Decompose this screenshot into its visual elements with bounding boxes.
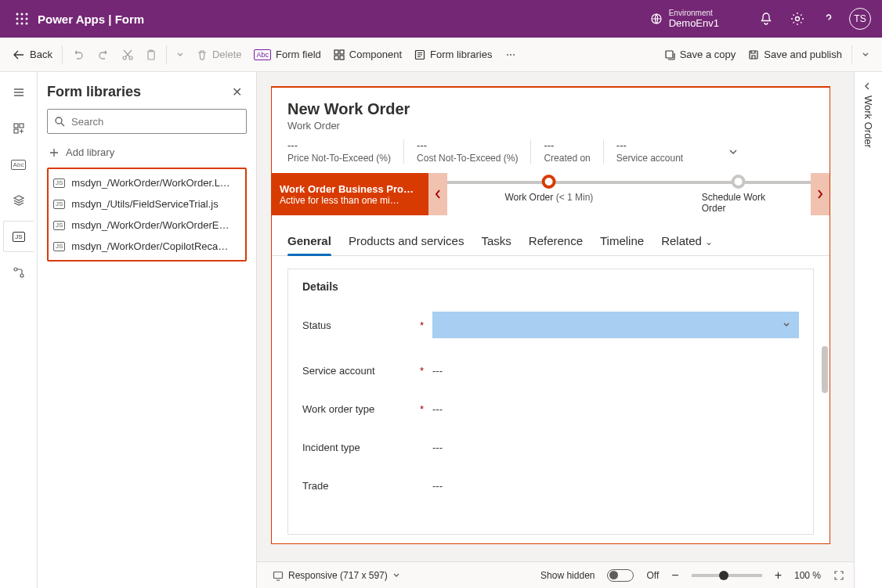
svg-rect-13 xyxy=(148,51,154,60)
plus-icon xyxy=(49,147,60,158)
chevron-down-icon xyxy=(782,320,791,330)
field-work-order-type[interactable]: Work order type*--- xyxy=(302,403,799,415)
tab-general[interactable]: General xyxy=(287,226,331,255)
svg-point-20 xyxy=(507,54,508,56)
add-library-button[interactable]: Add library xyxy=(47,143,247,161)
form-libraries-button[interactable]: Form libraries xyxy=(408,42,498,67)
header-fields: ---Price Not-To-Exceed (%) ---Cost Not-T… xyxy=(272,139,830,164)
save-publish-button[interactable]: Save and publish xyxy=(742,42,848,67)
business-process-flow: Work Order Business Pro… Active for less… xyxy=(272,173,830,215)
search-input-wrapper[interactable] xyxy=(47,109,247,134)
svg-point-7 xyxy=(21,23,23,25)
js-icon: JS xyxy=(53,200,65,209)
library-item[interactable]: JSmsdyn_/WorkOrder/WorkOrderE… xyxy=(50,215,244,236)
library-item[interactable]: JSmsdyn_/WorkOrder/CopilotReca… xyxy=(50,236,244,257)
zoom-out-icon[interactable]: − xyxy=(671,568,678,583)
svg-point-8 xyxy=(26,23,28,25)
form-canvas: New Work Order Work Order ---Price Not-T… xyxy=(257,72,854,588)
svg-rect-23 xyxy=(666,51,673,58)
field-service-account[interactable]: Service account*--- xyxy=(302,365,799,377)
bpf-next-icon[interactable] xyxy=(811,173,830,215)
library-item[interactable]: JSmsdyn_/WorkOrder/WorkOrder.L… xyxy=(50,172,244,193)
overflow-button[interactable] xyxy=(498,42,523,67)
rail-layers-icon[interactable] xyxy=(3,185,34,216)
vertical-scrollbar[interactable] xyxy=(822,346,828,487)
notifications-icon[interactable] xyxy=(750,12,782,26)
svg-point-21 xyxy=(510,54,511,56)
bpf-stage[interactable]: Schedule Work Order xyxy=(702,175,775,214)
library-item[interactable]: JSmsdyn_/Utils/FieldServiceTrial.js xyxy=(50,193,244,215)
paste-button[interactable] xyxy=(139,42,163,67)
show-hidden-state: Off xyxy=(646,570,659,581)
app-header: Power Apps | Form Environment DemoEnv1 T… xyxy=(0,0,882,38)
rail-events-icon[interactable] xyxy=(3,257,34,288)
svg-point-30 xyxy=(56,117,62,124)
back-button[interactable]: Back xyxy=(6,42,59,67)
svg-rect-16 xyxy=(340,50,344,54)
environment-picker[interactable]: Environment DemoEnv1 xyxy=(650,9,719,29)
cut-button[interactable] xyxy=(116,42,139,67)
form-surface[interactable]: New Work Order Work Order ---Price Not-T… xyxy=(271,86,830,544)
save-publish-chevron[interactable] xyxy=(855,42,876,67)
svg-rect-18 xyxy=(340,56,344,60)
form-field-button[interactable]: Abc Form field xyxy=(248,42,327,67)
header-field[interactable]: ---Created on xyxy=(530,139,602,164)
responsive-selector[interactable]: Responsive (717 x 597) xyxy=(266,566,407,585)
field-incident-type[interactable]: Incident type--- xyxy=(302,442,799,453)
svg-point-2 xyxy=(26,13,28,16)
rail-hamburger-icon[interactable] xyxy=(3,77,34,108)
settings-icon[interactable] xyxy=(782,12,813,26)
svg-point-28 xyxy=(14,268,17,271)
tab-related[interactable]: Related⌄ xyxy=(661,226,713,255)
rail-libraries-icon[interactable]: JS xyxy=(3,221,34,252)
tab-tasks[interactable]: Tasks xyxy=(481,226,511,255)
paste-split-chevron[interactable] xyxy=(170,42,190,67)
zoom-value: 100 % xyxy=(794,570,821,581)
form-tabs: General Products and services Tasks Refe… xyxy=(272,226,830,256)
rail-fields-icon[interactable]: Abc xyxy=(3,149,34,180)
save-copy-button[interactable]: Save a copy xyxy=(658,42,743,67)
details-section[interactable]: Details Status* Service account*--- Work… xyxy=(287,269,814,535)
svg-point-10 xyxy=(796,17,800,21)
svg-rect-26 xyxy=(20,124,23,128)
redo-button[interactable] xyxy=(91,42,116,67)
header-field[interactable]: ---Price Not-To-Exceed (%) xyxy=(287,139,403,164)
zoom-in-icon[interactable]: + xyxy=(775,568,782,583)
tab-timeline[interactable]: Timeline xyxy=(600,226,644,255)
user-avatar[interactable]: TS xyxy=(844,8,876,30)
search-input[interactable] xyxy=(71,116,240,128)
fit-screen-icon[interactable] xyxy=(833,570,844,581)
rail-components-icon[interactable] xyxy=(3,113,34,144)
zoom-slider[interactable] xyxy=(692,574,762,577)
section-title: Details xyxy=(302,280,799,293)
show-hidden-toggle[interactable] xyxy=(607,569,634,582)
tab-products-services[interactable]: Products and services xyxy=(349,226,464,255)
tab-reference[interactable]: Reference xyxy=(529,226,583,255)
waffle-icon[interactable] xyxy=(6,13,38,25)
svg-point-11 xyxy=(123,56,126,60)
chevron-left-icon xyxy=(862,81,872,91)
js-icon: JS xyxy=(53,179,65,188)
properties-rail-collapsed[interactable]: Work Order xyxy=(854,72,882,588)
library-list: JSmsdyn_/WorkOrder/WorkOrder.L… JSmsdyn_… xyxy=(47,168,247,262)
form-title: New Work Order xyxy=(287,100,814,118)
status-select[interactable] xyxy=(432,312,799,338)
bpf-active-stage[interactable]: Work Order Business Pro… Active for less… xyxy=(272,173,428,215)
svg-point-6 xyxy=(16,23,19,25)
bpf-stage[interactable]: Work Order (< 1 Min) xyxy=(504,175,593,203)
svg-point-22 xyxy=(513,54,515,56)
bpf-prev-icon[interactable] xyxy=(428,173,447,215)
undo-button[interactable] xyxy=(66,42,91,67)
left-rail: Abc JS xyxy=(0,72,38,588)
panel-close-icon[interactable]: ✕ xyxy=(227,83,247,101)
js-icon: JS xyxy=(53,221,65,230)
delete-button[interactable]: Delete xyxy=(190,42,248,67)
field-trade[interactable]: Trade--- xyxy=(302,480,799,492)
header-field[interactable]: ---Cost Not-To-Exceed (%) xyxy=(403,139,530,164)
header-field[interactable]: ---Service account xyxy=(603,139,696,164)
header-expand-chevron-icon[interactable] xyxy=(727,146,739,158)
component-button[interactable]: Component xyxy=(327,42,408,67)
help-icon[interactable] xyxy=(813,12,844,26)
field-status[interactable]: Status* xyxy=(302,312,799,338)
show-hidden-label: Show hidden xyxy=(540,570,595,581)
